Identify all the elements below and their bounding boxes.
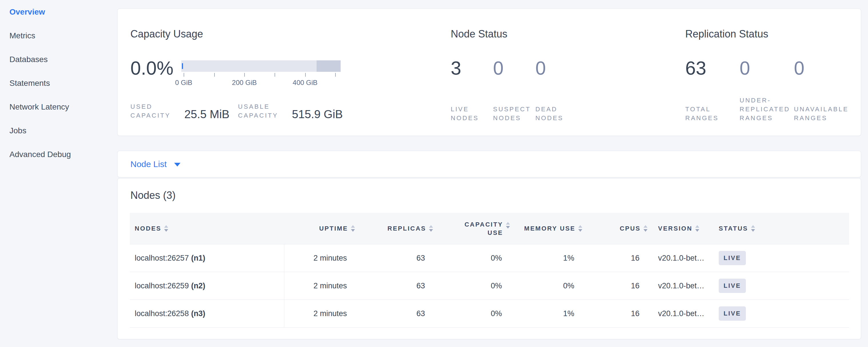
under-replicated-ranges-value: 0 xyxy=(740,58,794,78)
status-badge: LIVE xyxy=(719,251,746,265)
uptime-cell: 2 minutes xyxy=(284,300,355,327)
node-address-cell[interactable]: localhost:26257 (n1) xyxy=(130,244,284,272)
capacity-bar-axis xyxy=(181,72,341,77)
sidebar-item-label: Metrics xyxy=(9,31,35,40)
node-address: localhost:26259 xyxy=(135,282,189,290)
capacity-used-percent: 0.0% xyxy=(130,58,173,86)
sidebar-item-label: Advanced Debug xyxy=(9,150,71,159)
column-header-nodes[interactable]: NODES xyxy=(130,225,284,232)
memory-use-cell: 0% xyxy=(510,272,582,299)
tick-label: 400 GiB xyxy=(292,79,317,87)
usable-capacity-label: USABLE CAPACITY xyxy=(238,102,278,120)
node-address-cell[interactable]: localhost:26259 (n2) xyxy=(130,272,284,299)
column-header-label: NODES xyxy=(135,225,161,232)
label-line: CAPACITY xyxy=(130,111,170,120)
cpus-cell: 16 xyxy=(582,272,648,299)
replicas-cell: 63 xyxy=(355,244,433,272)
suspect-nodes-value: 0 xyxy=(493,58,535,78)
usable-capacity-value: 515.9 GiB xyxy=(292,108,343,120)
uptime-cell: 2 minutes xyxy=(284,244,355,272)
sidebar-item-databases[interactable]: Databases xyxy=(0,48,117,71)
column-header-replicas[interactable]: REPLICAS xyxy=(355,225,433,232)
status-cell: LIVE xyxy=(715,244,849,272)
label-line: UNAVAILABLE xyxy=(794,105,848,114)
capacity-use-cell: 0% xyxy=(433,244,510,272)
dead-nodes-value: 0 xyxy=(535,58,578,78)
node-name: (n1) xyxy=(191,254,205,263)
total-ranges-stat: 63 TOTAL RANGES xyxy=(685,58,740,122)
label-line: RANGES xyxy=(794,114,848,122)
main-content: Capacity Usage 0.0% xyxy=(117,0,868,347)
column-header-uptime[interactable]: UPTIME xyxy=(284,225,355,232)
column-header-capacity-use[interactable]: CAPACITY USE xyxy=(433,220,510,237)
suspect-nodes-label: SUSPECT NODES xyxy=(493,105,535,122)
nodes-table-title: Nodes (3) xyxy=(130,189,861,201)
node-address-cell[interactable]: localhost:26258 (n3) xyxy=(130,300,284,327)
label-line: REPLICATED xyxy=(740,105,794,114)
capacity-bar-used-segment xyxy=(182,63,183,69)
axis-tick xyxy=(305,73,306,77)
live-nodes-label: LIVE NODES xyxy=(451,105,493,122)
capacity-bar-track xyxy=(181,60,341,72)
column-header-cpus[interactable]: CPUS xyxy=(582,225,648,232)
version-cell: v20.1.0-bet… xyxy=(648,272,715,299)
column-header-status[interactable]: STATUS xyxy=(715,225,849,232)
sort-arrows-icon xyxy=(578,225,582,232)
used-capacity-metric: USED CAPACITY 25.5 MiB xyxy=(130,102,229,120)
cpus-cell: 16 xyxy=(582,300,648,327)
capacity-gauge-row: 0.0% 0 GiB xyxy=(130,58,438,86)
label-line: USE xyxy=(464,228,503,237)
nodes-table-card: Nodes (3) NODES UPTIME REPLICAS CAPACI xyxy=(117,178,861,339)
sort-arrows-icon xyxy=(751,225,755,232)
column-header-label: UPTIME xyxy=(319,225,348,232)
status-badge: LIVE xyxy=(719,279,746,293)
column-header-label: CAPACITY USE xyxy=(464,220,503,237)
node-list-dropdown[interactable]: Node List xyxy=(117,151,861,177)
cpus-cell: 16 xyxy=(582,244,648,272)
total-ranges-label: TOTAL RANGES xyxy=(685,105,740,122)
used-capacity-label: USED CAPACITY xyxy=(130,102,170,120)
label-line: TOTAL xyxy=(685,105,740,114)
label-line: LIVE xyxy=(451,105,493,114)
sidebar-item-network-latency[interactable]: Network Latency xyxy=(0,95,117,119)
nodes-table: NODES UPTIME REPLICAS CAPACITY USE xyxy=(130,213,849,327)
axis-tick xyxy=(214,73,215,77)
column-header-label: REPLICAS xyxy=(388,225,426,232)
cluster-summary-card: Capacity Usage 0.0% xyxy=(117,8,861,136)
sort-arrows-icon xyxy=(506,222,510,228)
column-header-memory-use[interactable]: MEMORY USE xyxy=(510,225,582,232)
unavailable-ranges-value: 0 xyxy=(794,58,848,78)
nodes-table-header: NODES UPTIME REPLICAS CAPACITY USE xyxy=(130,213,849,244)
sidebar-nav: Overview Metrics Databases Statements Ne… xyxy=(0,0,117,166)
unavailable-ranges-stat: 0 UNAVAILABLE RANGES xyxy=(794,58,848,122)
label-line: NODES xyxy=(535,114,578,122)
node-status-stats: 3 LIVE NODES 0 SUSPECT NODES 0 xyxy=(451,58,672,122)
capacity-bar-tick-labels: 0 GiB 200 GiB 400 GiB xyxy=(181,77,341,86)
sidebar-item-advanced-debug[interactable]: Advanced Debug xyxy=(0,143,117,166)
sidebar-item-label: Overview xyxy=(9,7,45,17)
dead-nodes-stat: 0 DEAD NODES xyxy=(535,58,578,122)
memory-use-cell: 1% xyxy=(510,244,582,272)
under-replicated-ranges-label: UNDER- REPLICATED RANGES xyxy=(740,96,794,122)
sidebar-item-overview[interactable]: Overview xyxy=(0,0,117,24)
status-cell: LIVE xyxy=(715,272,849,299)
sidebar-item-metrics[interactable]: Metrics xyxy=(0,24,117,48)
status-cell: LIVE xyxy=(715,300,849,327)
replication-status-panel: Replication Status 63 TOTAL RANGES 0 UND… xyxy=(672,9,861,135)
sidebar-item-jobs[interactable]: Jobs xyxy=(0,119,117,143)
column-header-label: VERSION xyxy=(658,225,692,232)
sidebar-item-statements[interactable]: Statements xyxy=(0,71,117,95)
sidebar-item-label: Jobs xyxy=(9,126,26,135)
table-row: localhost:26257 (n1) 2 minutes 63 0% 1% … xyxy=(130,244,849,272)
node-address: localhost:26258 xyxy=(135,309,189,318)
column-header-label: STATUS xyxy=(719,225,748,232)
node-name: (n3) xyxy=(191,309,205,318)
sidebar-item-label: Databases xyxy=(9,55,48,64)
node-status-panel: Node Status 3 LIVE NODES 0 SUSPECT NODES xyxy=(438,9,672,135)
node-list-dropdown-label: Node List xyxy=(130,159,167,169)
used-capacity-value: 25.5 MiB xyxy=(184,108,229,120)
memory-use-cell: 1% xyxy=(510,300,582,327)
sort-arrows-icon xyxy=(695,225,699,232)
column-header-version[interactable]: VERSION xyxy=(648,225,715,232)
label-line: USED xyxy=(130,102,170,111)
